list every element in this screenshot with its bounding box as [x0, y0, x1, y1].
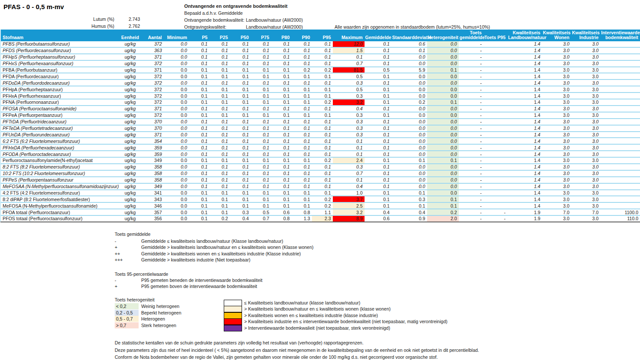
cell-aantal: 358 [143, 170, 164, 177]
cell-p25: 0.1 [209, 132, 230, 138]
cell-p25: 0.1 [209, 106, 230, 112]
cell-p75: 0.1 [251, 157, 271, 164]
cell-p90: 0.1 [292, 157, 312, 164]
cell-toets-p95 [484, 177, 507, 183]
cell-p50: 0.1 [230, 144, 251, 151]
note-line: De statistische kentallen van de schuin … [115, 340, 364, 345]
cell-p80: 0.1 [271, 73, 292, 79]
cell-p90: 1.3 [292, 215, 312, 222]
cell-minimum: 0.0 [164, 86, 189, 93]
cell-p75: 0.1 [251, 170, 271, 177]
cell-gemiddelde: 0.1 [365, 125, 391, 132]
cell-p80: 0.1 [271, 177, 292, 183]
cell-interventiewaarde [600, 151, 640, 157]
legend-text: Gemiddelde > kwaliteitseis landbouw/natu… [141, 245, 314, 250]
lutum-value: 2.743 [129, 17, 140, 22]
cell-stofnaam: MeFOSA (N-Methylperfluoroctaansulfonamid… [1, 202, 118, 209]
cell-heterogeniteit: 0.0 [427, 151, 459, 157]
cell-kwaliteitseis-wonen: 3.0 [542, 67, 571, 73]
cell-aantal: 372 [143, 73, 164, 79]
cell-standaarddeviatie: 0.0 [391, 54, 427, 60]
cell-p25: 0.1 [209, 54, 230, 60]
cell-aantal: 372 [143, 79, 164, 86]
cell-p80: 0.1 [271, 132, 292, 138]
cell-eenheid: ug/kg [118, 60, 143, 67]
cell-p95: 0.1 [312, 170, 333, 177]
cell-kwaliteitseis-wonen: 3.0 [542, 54, 571, 60]
cell-p5: 0.1 [189, 215, 209, 222]
cell-maximum: 2.4 [333, 157, 365, 164]
cell-stofnaam: PFHpA (Perfluorheptaanzuur) [1, 86, 118, 93]
cell-p80: 0.1 [271, 183, 292, 190]
table-row: PFHxDA (Perfluorhexadecaanzuur)ug/kg3590… [1, 144, 640, 151]
table-row: 10:2 FTS (10:2 Fluortelomeersulfonzuur)u… [1, 170, 640, 177]
cell-heterogeniteit: 0.1 [427, 67, 459, 73]
cell-aantal: 359 [143, 144, 164, 151]
cell-toets-p95 [484, 164, 507, 170]
heterogeniteit-range-text: Heterogeen [141, 316, 165, 321]
bodemkwaliteit-block-title: Ontvangende en ontgravende bodemkwalitei… [184, 3, 288, 9]
cell-kwaliteitseis-wonen: 3.0 [542, 170, 571, 177]
cell-p5: 0.1 [189, 164, 209, 170]
cell-p95: 0.1 [312, 86, 333, 93]
column-header-gemiddelde: Gemiddelde [365, 30, 391, 41]
cell-heterogeniteit: 0.0 [427, 119, 459, 125]
cell-aantal: 372 [143, 93, 164, 99]
cell-gemiddelde: 0.1 [365, 183, 391, 190]
cell-eenheid: ug/kg [118, 93, 143, 99]
cell-heterogeniteit: 2.0 [427, 215, 459, 222]
cell-p95: 0.1 [312, 73, 333, 79]
lutum-label: Lutum (%) [78, 17, 114, 22]
column-header-maximum: Maximum [333, 30, 365, 41]
cell-kwaliteitseis-landbouw-natuur: 1.4 [507, 164, 542, 170]
cell-gemiddelde: 0.1 [365, 99, 391, 106]
cell-heterogeniteit: 0.0 [427, 86, 459, 93]
cell-p25: 0.1 [209, 157, 230, 164]
cell-p90: 0.1 [292, 125, 312, 132]
cell-p5: 0.1 [189, 190, 209, 196]
cell-standaarddeviatie: 0.0 [391, 125, 427, 132]
cell-eenheid: ug/kg [118, 86, 143, 93]
cell-interventiewaarde [600, 54, 640, 60]
cell-maximum: 3.2 [333, 209, 365, 215]
cell-kwaliteitseis-industrie: 3.0 [571, 170, 600, 177]
cell-kwaliteitseis-landbouw-natuur: 1.4 [507, 93, 542, 99]
cell-p75: 0.1 [251, 60, 271, 67]
cell-kwaliteitseis-wonen: 3.0 [542, 99, 571, 106]
cell-stofnaam: PFODA (Perfluoroctadecaanzuur) [1, 151, 118, 157]
cell-standaarddeviatie: 0.0 [391, 151, 427, 157]
cell-interventiewaarde [600, 41, 640, 47]
cell-kwaliteitseis-industrie: 3.0 [571, 177, 600, 183]
cell-kwaliteitseis-wonen: 3.0 [542, 215, 571, 222]
cell-gemiddelde: 0.1 [365, 93, 391, 99]
cell-p95: 2.3 [312, 215, 333, 222]
cell-heterogeniteit: 0.0 [427, 54, 459, 60]
cell-p95: 0.1 [312, 60, 333, 67]
cell-toets-gemiddelde: - [459, 54, 484, 60]
cell-heterogeniteit: 0.0 [427, 144, 459, 151]
cell-gemiddelde: 0.1 [365, 60, 391, 67]
cell-p75: 0.1 [251, 164, 271, 170]
cell-toets-p95: - [484, 209, 507, 215]
cell-p80: 0.6 [271, 209, 292, 215]
cell-toets-gemiddelde: - [459, 73, 484, 79]
column-header-toets-gemiddelde: Toets gemiddelde [459, 30, 484, 41]
table-row: 6:2 FTS (6:2 Fluortelomeersulfonzuur)ug/… [1, 138, 640, 144]
cell-kwaliteitseis-landbouw-natuur: 1.4 [507, 151, 542, 157]
legend-symbol: - [115, 278, 137, 283]
cell-p80: 0.1 [271, 190, 292, 196]
cell-interventiewaarde [600, 202, 640, 209]
cell-eenheid: ug/kg [118, 54, 143, 60]
cell-kwaliteitseis-landbouw-natuur: 1.4 [507, 144, 542, 151]
table-row: PFUnDA (Perfluorundecaanzuur)ug/kg3710.0… [1, 132, 640, 138]
cell-minimum: 0.0 [164, 73, 189, 79]
ontgravings-label: Ontgravingskwaliteit: [184, 24, 226, 30]
cell-toets-gemiddelde: - [459, 177, 484, 183]
cell-p75: 0.1 [251, 41, 271, 47]
cell-p25: 0.1 [209, 93, 230, 99]
cell-heterogeniteit: 0.2 [427, 209, 459, 215]
column-header-p80: P80 [271, 30, 292, 41]
cell-interventiewaarde [600, 47, 640, 54]
cell-toets-gemiddelde: - [459, 86, 484, 93]
cell-aantal: 343 [143, 196, 164, 202]
